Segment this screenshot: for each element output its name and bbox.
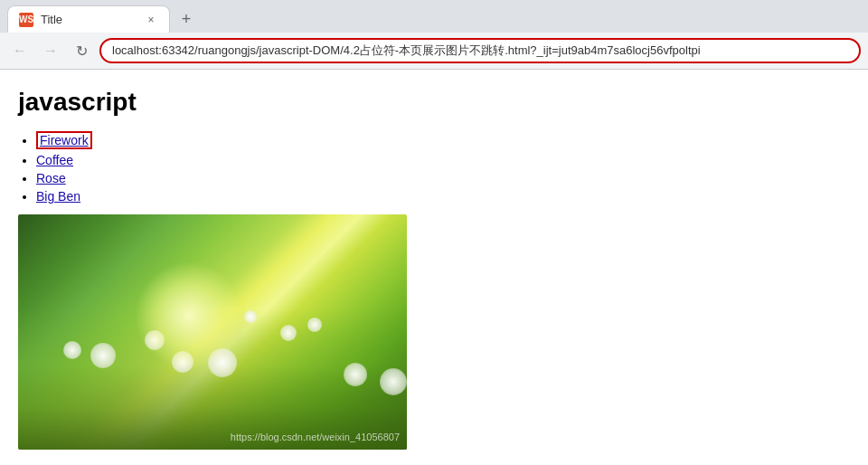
bigben-link[interactable]: Big Ben — [36, 189, 80, 204]
back-button[interactable]: ← — [7, 38, 33, 63]
tab-close-button[interactable]: × — [144, 13, 158, 27]
dandelion-10 — [244, 310, 257, 323]
dandelion-5 — [344, 363, 367, 386]
dandelion-8 — [307, 318, 322, 332]
coffee-link[interactable]: Coffee — [36, 153, 73, 167]
content-image: https://blog.csdn.net/weixin_41056807 — [18, 214, 407, 450]
page-content: javascript Firework Coffee Rose Big Ben … — [0, 70, 868, 465]
address-bar-input[interactable] — [99, 38, 861, 63]
tab-favicon: WS — [19, 13, 33, 27]
image-list: Firework Coffee Rose Big Ben — [18, 131, 850, 204]
refresh-button[interactable]: ↻ — [69, 38, 94, 63]
list-item: Rose — [36, 171, 850, 185]
watermark: https://blog.csdn.net/weixin_41056807 — [231, 432, 400, 442]
page-title: javascript — [18, 88, 850, 117]
dandelion-6 — [63, 341, 81, 359]
dandelion-1 — [90, 343, 116, 368]
tab-title: Title — [41, 13, 137, 26]
new-tab-button[interactable]: + — [174, 6, 199, 32]
dandelion-7 — [172, 351, 193, 373]
browser-tab[interactable]: WS Title × — [7, 5, 170, 33]
dandelion-9 — [380, 368, 407, 395]
address-bar-row: ← → ↻ — [0, 33, 868, 69]
rose-link[interactable]: Rose — [36, 171, 66, 185]
dandelion-4 — [280, 325, 297, 341]
dandelion-2 — [145, 330, 165, 350]
address-bar-container — [99, 38, 861, 63]
forward-button[interactable]: → — [38, 38, 63, 63]
dandelion-3 — [208, 348, 237, 377]
browser-chrome: WS Title × + ← → ↻ — [0, 0, 868, 70]
list-item: Coffee — [36, 153, 850, 167]
tab-bar: WS Title × + — [0, 0, 868, 33]
firework-link[interactable]: Firework — [40, 133, 89, 147]
list-item: Firework — [36, 131, 850, 149]
list-item: Big Ben — [36, 189, 850, 204]
firework-highlight: Firework — [36, 131, 92, 149]
